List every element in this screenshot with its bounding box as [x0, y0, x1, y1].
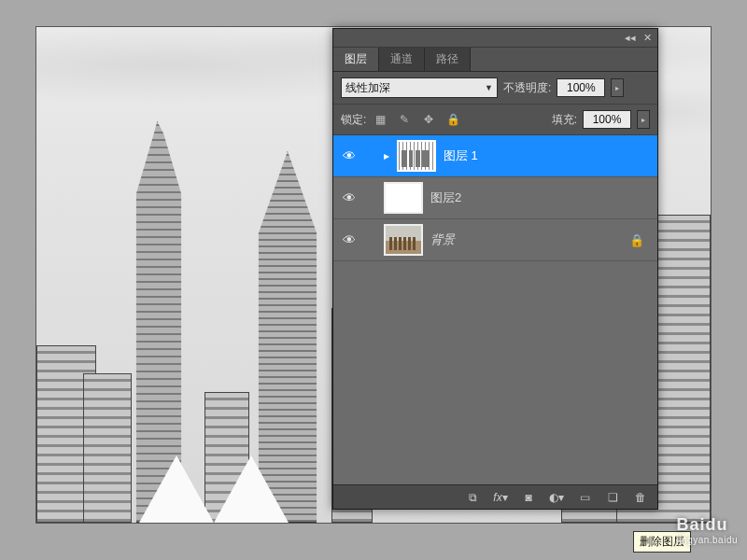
layers-panel: ◂◂ ✕ 图层 通道 路径 线性加深 不透明度: 100% ▸ 锁定: ▦ ✎ … — [332, 28, 658, 510]
trash-icon[interactable]: 🗑 — [633, 490, 648, 505]
lock-fill-row: 锁定: ▦ ✎ ✥ 🔒 填充: 100% ▸ — [333, 105, 657, 135]
visibility-icon[interactable]: 👁 — [339, 188, 359, 208]
watermark: Baidu jingyan.baidu — [677, 515, 738, 545]
layer-thumbnail[interactable] — [384, 182, 423, 214]
opacity-stepper[interactable]: ▸ — [611, 78, 624, 97]
close-icon[interactable]: ✕ — [643, 32, 652, 44]
folder-icon[interactable]: ▭ — [577, 490, 592, 505]
layer-thumbnail[interactable] — [384, 224, 423, 256]
fill-input[interactable]: 100% — [583, 110, 631, 129]
opacity-input[interactable]: 100% — [557, 78, 605, 97]
layer-row[interactable]: 👁 图层2 — [333, 177, 657, 219]
building — [83, 373, 132, 523]
lock-icons: ▦ ✎ ✥ 🔒 — [372, 111, 461, 128]
panel-footer: ⧉ fx▾ ◙ ◐▾ ▭ ❏ 🗑 — [333, 484, 657, 509]
new-layer-icon[interactable]: ❏ — [605, 490, 620, 505]
panel-tabs: 图层 通道 路径 — [333, 48, 657, 72]
blend-mode-select[interactable]: 线性加深 — [341, 77, 498, 98]
blend-opacity-row: 线性加深 不透明度: 100% ▸ — [333, 72, 657, 105]
layer-name[interactable]: 图层 1 — [444, 147, 478, 164]
lock-icon: 🔒 — [629, 233, 644, 247]
panel-chrome: ◂◂ ✕ — [333, 29, 657, 48]
layer-thumbnail[interactable] — [397, 140, 436, 172]
layers-list: 👁 ▸ 图层 1 👁 图层2 👁 背景 🔒 — [333, 135, 657, 484]
layer-name[interactable]: 背景 — [430, 231, 455, 248]
link-layers-icon[interactable]: ⧉ — [465, 490, 480, 505]
link-indicator-icon: ▸ — [384, 149, 389, 162]
watermark-sub: jingyan.baidu — [677, 535, 738, 545]
lock-transparent-icon[interactable]: ▦ — [372, 111, 388, 128]
fill-label: 填充: — [552, 112, 577, 128]
tab-layers[interactable]: 图层 — [333, 48, 379, 71]
layer-row[interactable]: 👁 背景 🔒 — [333, 219, 657, 261]
visibility-icon[interactable]: 👁 — [339, 230, 359, 250]
tab-channels[interactable]: 通道 — [379, 48, 425, 71]
visibility-icon[interactable]: 👁 — [339, 146, 359, 166]
fx-icon[interactable]: fx▾ — [493, 490, 508, 505]
lock-all-icon[interactable]: 🔒 — [444, 111, 461, 128]
opacity-label: 不透明度: — [503, 80, 551, 96]
fill-stepper[interactable]: ▸ — [637, 110, 650, 129]
lock-image-icon[interactable]: ✎ — [396, 111, 413, 128]
collapse-icon[interactable]: ◂◂ — [625, 32, 636, 44]
mask-icon[interactable]: ◙ — [521, 490, 536, 505]
lock-label: 锁定: — [341, 112, 366, 128]
layer-name[interactable]: 图层2 — [430, 189, 461, 206]
blend-mode-value: 线性加深 — [345, 80, 390, 96]
adjustment-icon[interactable]: ◐▾ — [549, 490, 564, 505]
lock-position-icon[interactable]: ✥ — [420, 111, 437, 128]
watermark-main: Baidu — [677, 515, 728, 534]
layer-row[interactable]: 👁 ▸ 图层 1 — [333, 135, 657, 177]
tab-paths[interactable]: 路径 — [425, 48, 471, 71]
